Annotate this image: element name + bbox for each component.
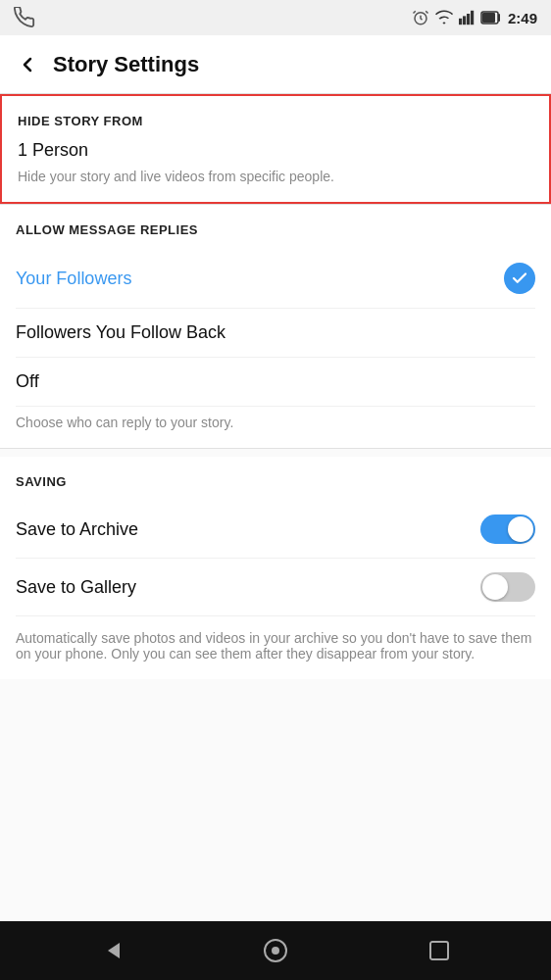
option-row-followers[interactable]: Your Followers [16,249,535,309]
svg-rect-1 [459,19,462,24]
hide-story-description: Hide your story and live videos from spe… [18,169,533,184]
divider-2 [0,448,551,449]
back-button[interactable] [16,53,39,76]
hide-story-header: HIDE STORY FROM [18,114,533,128]
svg-rect-4 [471,11,474,24]
nav-home-icon [263,938,288,963]
archive-toggle-thumb [508,516,533,542]
option-label-off: Off [16,371,39,392]
time: 2:49 [508,10,537,26]
hide-story-value: 1 Person [18,140,533,161]
allow-replies-header: ALLOW MESSAGE REPLIES [16,222,535,237]
gallery-label: Save to Gallery [16,577,136,598]
svg-rect-6 [482,13,495,23]
back-arrow-icon [16,53,39,76]
bottom-nav [0,921,551,980]
option-label-followers: Your Followers [16,269,131,289]
status-bar: 2:49 [0,0,551,35]
toggle-row-archive[interactable]: Save to Archive [16,501,535,559]
toggle-row-gallery[interactable]: Save to Gallery [16,559,535,616]
alarm-icon [412,9,429,26]
check-circle-followers [504,263,535,294]
option-row-off[interactable]: Off [16,358,535,407]
archive-toggle[interactable] [480,514,535,544]
svg-marker-7 [108,943,120,958]
saving-header: SAVING [16,474,535,489]
phone-icon [14,7,35,28]
nav-recents-button[interactable] [420,931,459,970]
wifi-icon [435,9,453,26]
battery-icon [480,11,502,24]
svg-rect-2 [463,16,466,24]
signal-icon [459,9,475,26]
replies-description: Choose who can reply to your story. [16,407,535,448]
svg-rect-3 [467,14,470,24]
gallery-toggle[interactable] [480,572,535,602]
nav-back-button[interactable] [92,931,131,970]
option-row-followers-back[interactable]: Followers You Follow Back [16,309,535,358]
svg-point-9 [272,947,279,955]
archive-label: Save to Archive [16,519,138,540]
nav-recents-icon [428,940,450,961]
nav-home-button[interactable] [256,931,295,970]
status-left [14,7,35,28]
allow-replies-section: ALLOW MESSAGE REPLIES Your Followers Fol… [0,205,551,448]
page-title: Story Settings [53,52,199,77]
status-right: 2:49 [412,9,537,26]
content-area: HIDE STORY FROM 1 Person Hide your story… [0,94,551,921]
hide-story-section[interactable]: HIDE STORY FROM 1 Person Hide your story… [0,94,551,204]
svg-rect-10 [430,942,448,959]
toolbar: Story Settings [0,35,551,94]
option-label-followers-back: Followers You Follow Back [16,322,225,343]
check-icon [511,270,528,287]
gallery-toggle-thumb [482,574,508,600]
saving-description: Automatically save photos and videos in … [16,616,535,679]
nav-back-icon [100,939,124,962]
saving-section: SAVING Save to Archive Save to Gallery A… [0,457,551,679]
